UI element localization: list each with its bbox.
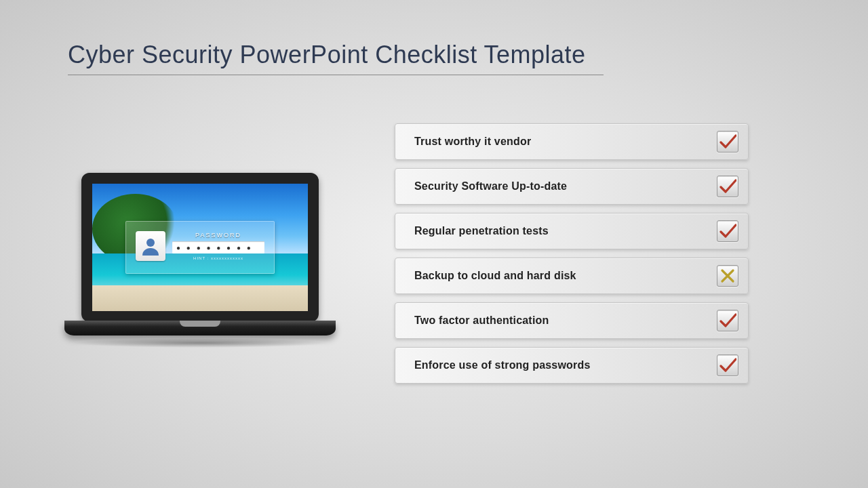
checklist-item: Regular penetration tests xyxy=(395,213,749,249)
laptop-screen: PASSWORD ● ● ● ● ● ● ● ● HINT : xxxxxxxx… xyxy=(81,173,319,322)
checklist-item-label: Enforce use of strong passwords xyxy=(414,359,591,371)
checkbox[interactable] xyxy=(717,176,738,197)
checkbox[interactable] xyxy=(717,354,738,376)
checklist-item-label: Trust worthy it vendor xyxy=(414,136,531,148)
check-icon xyxy=(719,357,736,374)
password-input[interactable]: ● ● ● ● ● ● ● ● xyxy=(172,241,264,253)
check-icon xyxy=(719,312,736,329)
check-icon xyxy=(719,133,736,150)
password-label: PASSWORD xyxy=(172,232,264,239)
checklist-item-label: Regular penetration tests xyxy=(414,225,549,237)
svg-point-0 xyxy=(146,239,155,247)
laptop-base xyxy=(64,321,336,336)
checklist-item: Two factor authentication xyxy=(395,302,749,339)
checklist-item-label: Backup to cloud and hard disk xyxy=(414,270,576,282)
login-fields: PASSWORD ● ● ● ● ● ● ● ● HINT : xxxxxxxx… xyxy=(172,232,264,260)
checkbox[interactable] xyxy=(717,220,738,242)
cross-icon xyxy=(719,267,736,285)
checklist-item: Backup to cloud and hard disk xyxy=(395,258,749,294)
checkbox[interactable] xyxy=(717,310,738,331)
checklist-item: Security Software Up-to-date xyxy=(395,168,749,205)
laptop-illustration: PASSWORD ● ● ● ● ● ● ● ● HINT : xxxxxxxx… xyxy=(64,173,336,348)
checkbox[interactable] xyxy=(717,131,738,152)
checklist-item: Trust worthy it vendor xyxy=(395,123,749,160)
check-icon xyxy=(719,222,736,240)
laptop-shadow xyxy=(71,338,329,348)
checklist-item-label: Security Software Up-to-date xyxy=(414,180,567,192)
checklist-item-label: Two factor authentication xyxy=(414,314,549,327)
laptop-notch xyxy=(180,321,220,327)
password-hint: HINT : xxxxxxxxxxxx xyxy=(172,256,264,260)
login-box: PASSWORD ● ● ● ● ● ● ● ● HINT : xxxxxxxx… xyxy=(125,221,275,274)
check-icon xyxy=(719,178,736,195)
page-title: Cyber Security PowerPoint Checklist Temp… xyxy=(68,41,604,75)
checklist: Trust worthy it vendor Security Software… xyxy=(395,123,749,384)
checklist-item: Enforce use of strong passwords xyxy=(395,347,749,384)
avatar-icon xyxy=(136,231,165,261)
checkbox[interactable] xyxy=(717,265,738,287)
